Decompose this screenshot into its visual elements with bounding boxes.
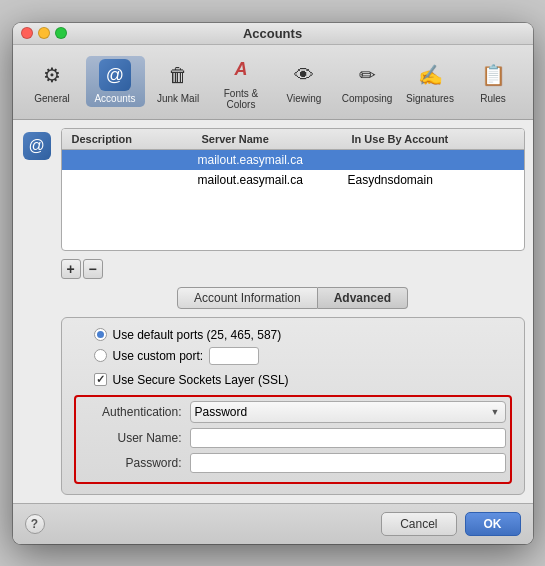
custom-port-radio[interactable]: [94, 349, 107, 362]
add-server-button[interactable]: +: [61, 259, 81, 279]
settings-panel: Use default ports (25, 465, 587) Use cus…: [61, 317, 525, 495]
custom-port-input[interactable]: [209, 347, 259, 365]
ssl-label: Use Secure Sockets Layer (SSL): [113, 373, 289, 387]
header-account: In Use By Account: [348, 131, 518, 147]
auth-highlight-box: Authentication: Password ▼ User Name:: [74, 395, 512, 484]
server-table: Description Server Name In Use By Accoun…: [61, 128, 525, 251]
auth-select[interactable]: Password ▼: [190, 401, 506, 423]
ssl-option[interactable]: Use Secure Sockets Layer (SSL): [74, 373, 512, 387]
table-controls: + −: [61, 257, 525, 281]
rules-icon: 📋: [477, 59, 509, 91]
default-ports-option[interactable]: Use default ports (25, 465, 587): [94, 328, 512, 342]
table-row[interactable]: mailout.easymail.ca Easydnsdomain: [62, 170, 524, 190]
ports-group: Use default ports (25, 465, 587) Use cus…: [74, 328, 512, 365]
toolbar-fonts[interactable]: A Fonts & Colors: [212, 51, 271, 113]
traffic-lights: [21, 27, 67, 39]
viewing-icon: 👁: [288, 59, 320, 91]
viewing-label: Viewing: [287, 93, 322, 104]
toolbar-general[interactable]: ⚙ General: [23, 56, 82, 107]
junk-icon: 🗑: [162, 59, 194, 91]
toolbar-junk[interactable]: 🗑 Junk Mail: [149, 56, 208, 107]
ssl-checkbox[interactable]: [94, 373, 107, 386]
close-button[interactable]: [21, 27, 33, 39]
help-button[interactable]: ?: [25, 514, 45, 534]
tab-bar: Account Information Advanced: [61, 287, 525, 309]
toolbar-composing[interactable]: ✏ Composing: [338, 56, 397, 107]
accounts-icon: @: [99, 59, 131, 91]
content-area: @ Description Server Name In Use By Acco…: [13, 120, 533, 503]
row2-server: mailout.easymail.ca: [198, 173, 348, 187]
tab-advanced[interactable]: Advanced: [318, 287, 408, 309]
password-row: Password:: [80, 453, 506, 473]
general-icon: ⚙: [36, 59, 68, 91]
header-server: Server Name: [198, 131, 348, 147]
header-description: Description: [68, 131, 198, 147]
accounts-label: Accounts: [94, 93, 135, 104]
bottom-bar: ? Cancel OK: [13, 503, 533, 544]
username-row: User Name:: [80, 428, 506, 448]
bottom-right: Cancel OK: [381, 512, 520, 536]
main-panel: Description Server Name In Use By Accoun…: [61, 128, 525, 495]
row1-server: mailout.easymail.ca: [198, 153, 348, 167]
signatures-icon: ✍: [414, 59, 446, 91]
select-chevron-icon: ▼: [491, 407, 500, 417]
row2-account: Easydnsdomain: [348, 173, 514, 187]
password-label: Password:: [80, 456, 190, 470]
window-title: Accounts: [243, 26, 302, 41]
username-input[interactable]: [190, 428, 506, 448]
toolbar-rules[interactable]: 📋 Rules: [464, 56, 523, 107]
junk-label: Junk Mail: [157, 93, 199, 104]
tab-account-info[interactable]: Account Information: [177, 287, 318, 309]
username-label: User Name:: [80, 431, 190, 445]
bottom-left: ?: [25, 514, 45, 534]
maximize-button[interactable]: [55, 27, 67, 39]
table-header: Description Server Name In Use By Accoun…: [62, 129, 524, 150]
default-ports-label: Use default ports (25, 465, 587): [113, 328, 282, 342]
remove-server-button[interactable]: −: [83, 259, 103, 279]
titlebar: Accounts: [13, 23, 533, 45]
custom-port-label: Use custom port:: [113, 349, 204, 363]
composing-label: Composing: [342, 93, 393, 104]
default-ports-radio[interactable]: [94, 328, 107, 341]
toolbar-viewing[interactable]: 👁 Viewing: [275, 56, 334, 107]
toolbar: ⚙ General @ Accounts 🗑 Junk Mail A Fonts…: [13, 45, 533, 120]
rules-label: Rules: [480, 93, 506, 104]
composing-icon: ✏: [351, 59, 383, 91]
fonts-icon: A: [225, 54, 257, 86]
toolbar-accounts[interactable]: @ Accounts: [86, 56, 145, 107]
auth-select-wrapper: Password ▼: [190, 401, 506, 423]
minimize-button[interactable]: [38, 27, 50, 39]
auth-label: Authentication:: [80, 405, 190, 419]
custom-port-option[interactable]: Use custom port:: [94, 347, 512, 365]
signatures-label: Signatures: [406, 93, 454, 104]
accounts-window: Accounts ⚙ General @ Accounts 🗑 Junk Mai…: [13, 23, 533, 544]
toolbar-signatures[interactable]: ✍ Signatures: [401, 56, 460, 107]
sidebar-account-icon[interactable]: @: [23, 132, 51, 160]
sidebar: @: [21, 128, 53, 495]
authentication-row: Authentication: Password ▼: [80, 401, 506, 423]
ok-button[interactable]: OK: [465, 512, 521, 536]
auth-value: Password: [195, 405, 248, 419]
table-row[interactable]: mailout.easymail.ca: [62, 150, 524, 170]
password-input[interactable]: [190, 453, 506, 473]
general-label: General: [34, 93, 70, 104]
cancel-button[interactable]: Cancel: [381, 512, 456, 536]
table-body: mailout.easymail.ca mailout.easymail.ca …: [62, 150, 524, 250]
fonts-label: Fonts & Colors: [216, 88, 267, 110]
